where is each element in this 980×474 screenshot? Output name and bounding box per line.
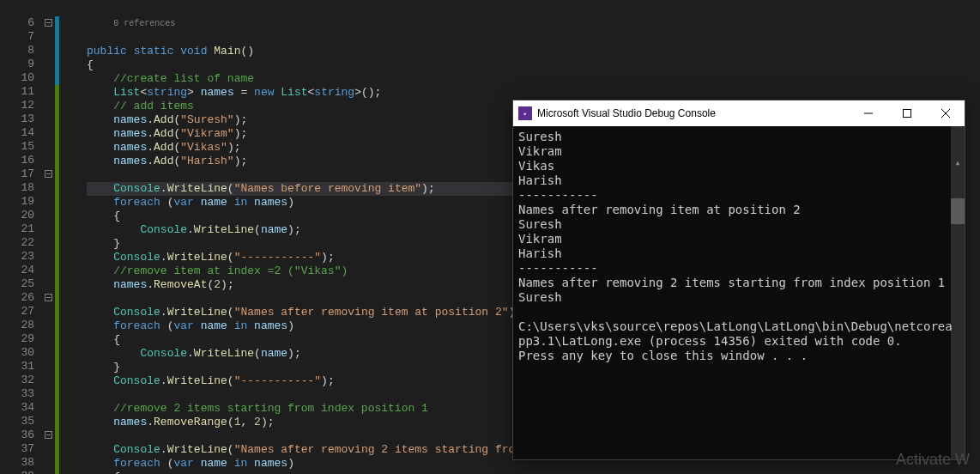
line-number: 31 xyxy=(7,360,34,374)
line-number: 27 xyxy=(7,305,34,319)
code-line[interactable]: names.Add("Suresh"); xyxy=(87,113,548,127)
line-number: 10 xyxy=(7,71,34,85)
line-number: 15 xyxy=(7,140,34,154)
code-line[interactable]: names.RemoveAt(2); xyxy=(87,278,548,292)
maximize-button[interactable] xyxy=(887,100,926,126)
code-line[interactable] xyxy=(87,429,548,443)
code-line[interactable] xyxy=(87,168,548,182)
code-line[interactable]: } xyxy=(87,361,548,374)
line-number: 23 xyxy=(7,250,34,264)
fold-toggle-icon[interactable] xyxy=(45,170,52,178)
console-output[interactable]: SureshVikramVikasHarish-----------Names … xyxy=(513,126,965,459)
code-line[interactable]: foreach (var name in names) xyxy=(87,457,548,471)
console-line: Harish xyxy=(518,173,959,188)
line-number: 6 xyxy=(7,16,34,30)
minimize-button[interactable] xyxy=(849,100,887,126)
code-line[interactable]: public static void Main() xyxy=(87,45,548,58)
code-line[interactable]: //create list of name xyxy=(87,72,548,86)
line-number: 9 xyxy=(7,58,34,71)
line-number: 19 xyxy=(7,195,34,209)
fold-toggle-icon[interactable] xyxy=(45,431,52,439)
code-line[interactable]: } xyxy=(87,237,548,251)
code-line[interactable]: names.RemoveRange(1, 2); xyxy=(87,416,548,429)
line-number: 33 xyxy=(7,387,34,401)
line-number: 16 xyxy=(7,154,34,167)
line-number: 7 xyxy=(7,30,34,44)
console-line: C:\Users\vks\source\repos\LatLong\LatLon… xyxy=(518,319,959,349)
code-line[interactable]: names.Add("Vikas"); xyxy=(87,141,548,155)
code-line[interactable]: { xyxy=(87,210,548,223)
code-line[interactable]: Console.WriteLine("Names after removing … xyxy=(87,443,548,457)
code-line[interactable]: Console.WriteLine("-----------"); xyxy=(87,374,548,388)
line-number: 17 xyxy=(7,167,34,181)
line-number: 26 xyxy=(7,291,34,305)
line-number: 28 xyxy=(7,319,34,332)
code-line[interactable]: Console.WriteLine(name); xyxy=(87,347,548,361)
line-number: 38 xyxy=(7,456,34,470)
code-line[interactable]: names.Add("Harish"); xyxy=(87,155,548,168)
code-line[interactable]: Console.WriteLine(name); xyxy=(87,223,548,237)
line-number: 24 xyxy=(7,264,34,277)
console-titlebar[interactable]: ▪ Microsoft Visual Studio Debug Console xyxy=(513,100,965,126)
line-number-gutter: 6789101112131415161718192021222324252627… xyxy=(0,0,41,474)
line-number: 12 xyxy=(7,99,34,112)
line-number: 32 xyxy=(7,374,34,387)
line-number: 37 xyxy=(7,442,34,456)
console-line: Suresh xyxy=(518,290,959,305)
code-line[interactable]: Console.WriteLine("Names after removing … xyxy=(87,306,548,319)
line-number: 14 xyxy=(7,126,34,140)
console-line: Press any key to close this window . . . xyxy=(518,349,959,363)
line-number: 34 xyxy=(7,401,34,415)
line-number: 18 xyxy=(7,181,34,195)
console-line: Names after removing item at position 2 xyxy=(518,203,959,217)
close-button[interactable] xyxy=(926,100,965,126)
line-number: 8 xyxy=(7,44,34,58)
code-content[interactable]: 0 references public static void Main(){ … xyxy=(83,0,548,474)
fold-gutter[interactable] xyxy=(41,0,55,474)
line-number: 13 xyxy=(7,112,34,126)
line-number: 11 xyxy=(7,85,34,99)
console-line: Vikram xyxy=(518,144,959,159)
line-number: 25 xyxy=(7,277,34,291)
code-line[interactable]: { xyxy=(87,333,548,347)
console-line: ----------- xyxy=(518,261,959,276)
console-line: Harish xyxy=(518,246,959,261)
line-number: 29 xyxy=(7,332,34,346)
code-line[interactable]: Console.WriteLine("-----------"); xyxy=(87,251,548,264)
code-line[interactable]: //remove 2 items starting from index pos… xyxy=(87,402,548,416)
code-line[interactable]: // add items xyxy=(87,100,548,113)
line-number: 35 xyxy=(7,415,34,428)
code-line[interactable]: { xyxy=(87,58,548,72)
code-line[interactable] xyxy=(87,292,548,306)
line-number: 20 xyxy=(7,209,34,222)
line-number: 39 xyxy=(7,470,34,474)
console-line: ----------- xyxy=(518,188,959,203)
line-number: 21 xyxy=(7,222,34,236)
code-line[interactable] xyxy=(87,388,548,402)
line-number: 30 xyxy=(7,346,34,360)
console-line: Suresh xyxy=(518,130,959,144)
console-line xyxy=(518,305,959,319)
console-line: Names after removing 2 items starting fr… xyxy=(518,276,959,290)
code-line[interactable]: { xyxy=(87,471,548,474)
debug-console-window[interactable]: ▪ Microsoft Visual Studio Debug Console … xyxy=(512,100,965,460)
fold-toggle-icon[interactable] xyxy=(45,19,52,27)
code-line[interactable]: //remove item at index =2 ("Vikas") xyxy=(87,264,548,278)
console-line: Vikas xyxy=(518,159,959,173)
code-line[interactable]: foreach (var name in names) xyxy=(87,196,548,210)
line-number: 36 xyxy=(7,428,34,442)
code-line[interactable]: names.Add("Vikram"); xyxy=(87,127,548,141)
console-title: Microsoft Visual Studio Debug Console xyxy=(537,107,849,119)
code-line[interactable]: foreach (var name in names) xyxy=(87,319,548,333)
code-line[interactable]: Console.WriteLine("Names before removing… xyxy=(87,182,548,196)
fold-toggle-icon[interactable] xyxy=(45,294,52,301)
svg-rect-1 xyxy=(903,110,910,118)
codelens-references[interactable]: 0 references xyxy=(113,19,175,28)
line-number: 22 xyxy=(7,236,34,250)
code-line[interactable]: List<string> names = new List<string>(); xyxy=(87,86,548,100)
console-line: Suresh xyxy=(518,217,959,232)
console-icon: ▪ xyxy=(518,106,532,120)
console-line: Vikram xyxy=(518,232,959,246)
